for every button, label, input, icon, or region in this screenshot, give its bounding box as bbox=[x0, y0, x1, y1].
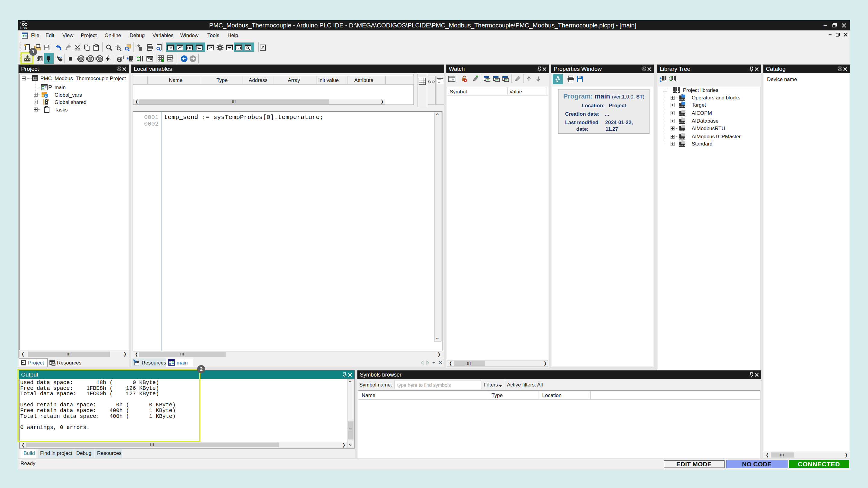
svg-text:G: G bbox=[45, 94, 47, 98]
svg-text:I: I bbox=[239, 47, 239, 50]
svg-text:PLC: PLC bbox=[23, 27, 27, 29]
